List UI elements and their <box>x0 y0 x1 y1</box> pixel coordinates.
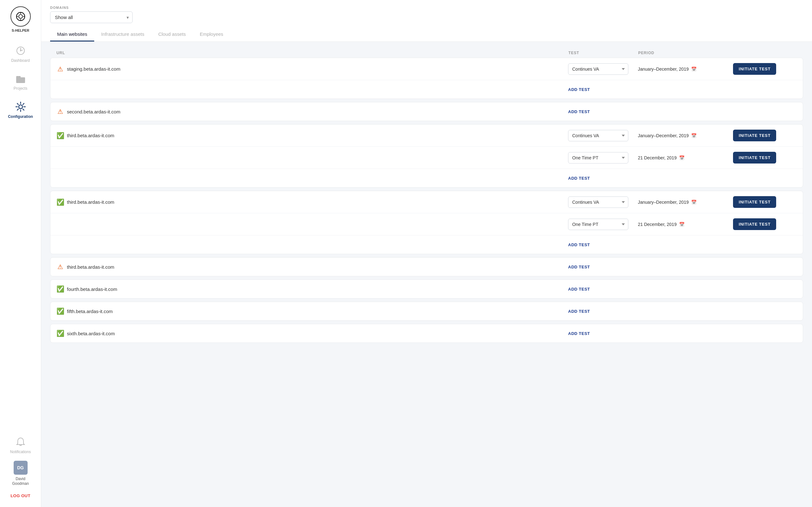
add-test-cell: ADD TEST <box>568 240 797 249</box>
sidebar-bottom: Notifications DG David Goodman LOG OUT <box>0 433 41 501</box>
card-row-url: ✅ sixth.beta.ardas-it.com ADD TEST <box>50 324 803 343</box>
tab-cloud-assets[interactable]: Cloud assets <box>151 27 193 42</box>
projects-icon <box>15 73 26 84</box>
initiate-wrapper: INITIATE TEST <box>733 196 797 208</box>
sidebar-item-dashboard[interactable]: Dashboard <box>0 41 41 66</box>
period-cell: 21 December, 2019 📅 <box>638 155 733 160</box>
add-test-button[interactable]: ADD TEST <box>568 87 590 92</box>
configuration-label: Configuration <box>8 114 33 119</box>
svg-line-15 <box>17 103 18 105</box>
initiate-test-button[interactable]: INITIATE TEST <box>733 130 776 141</box>
add-test-button[interactable]: ADD TEST <box>568 331 590 336</box>
add-test-button[interactable]: ADD TEST <box>568 242 590 247</box>
svg-line-17 <box>23 103 24 105</box>
check-icon: ✅ <box>57 132 64 139</box>
test-type-select[interactable]: One Time PT Continues VA <box>568 152 628 164</box>
config-icon <box>15 101 26 112</box>
table-row: ✅ fifth.beta.ardas-it.com ADD TEST <box>50 302 803 321</box>
app-name: S-HELPER <box>12 29 30 32</box>
calendar-icon[interactable]: 📅 <box>691 200 697 205</box>
table-row: ✅ third.beta.ardas-it.com Continues VA O… <box>50 191 803 254</box>
sidebar: S-HELPER Dashboard Projects <box>0 0 41 507</box>
add-test-cell: ADD TEST <box>568 263 797 271</box>
calendar-icon[interactable]: 📅 <box>679 155 684 160</box>
period-text: January–December, 2019 <box>638 133 689 138</box>
warning-icon: ⚠ <box>57 66 64 72</box>
notifications-icon <box>15 436 26 448</box>
dashboard-label: Dashboard <box>11 58 30 63</box>
test-type-select[interactable]: Continues VA One Time PT <box>568 196 628 208</box>
url-text: third.beta.ardas-it.com <box>67 133 114 138</box>
tab-infrastructure-assets[interactable]: Infrastructure assets <box>94 27 151 42</box>
period-text: January–December, 2019 <box>638 200 689 205</box>
add-test-button[interactable]: ADD TEST <box>568 287 590 291</box>
url-cell: ⚠ second.beta.ardas-it.com <box>57 108 568 115</box>
col-url: URL <box>56 51 568 55</box>
add-test-cell: ADD TEST <box>568 285 797 293</box>
period-cell: January–December, 2019 📅 <box>638 133 733 138</box>
period-text: January–December, 2019 <box>638 66 689 72</box>
domains-select-wrapper: Show all Domain 1 Domain 2 <box>50 11 133 23</box>
logo <box>10 6 31 26</box>
test-select-wrapper: One Time PT Continues VA <box>568 152 638 164</box>
projects-label: Projects <box>14 86 27 91</box>
top-bar: DOMAINS Show all Domain 1 Domain 2 Main … <box>41 0 812 42</box>
test-select-wrapper: One Time PT Continues VA <box>568 219 638 230</box>
table-row: ⚠ staging.beta.ardas-it.com Continues VA… <box>50 58 803 99</box>
period-cell: 21 December, 2019 📅 <box>638 222 733 227</box>
sidebar-item-projects[interactable]: Projects <box>0 69 41 95</box>
calendar-icon[interactable]: 📅 <box>691 66 697 72</box>
initiate-test-button[interactable]: INITIATE TEST <box>733 152 776 164</box>
test-type-select[interactable]: Continues VA One Time PT <box>568 130 628 141</box>
table-header: URL TEST PERIOD <box>50 48 803 58</box>
url-text: fourth.beta.ardas-it.com <box>67 286 117 292</box>
calendar-icon[interactable]: 📅 <box>691 133 697 138</box>
tab-employees[interactable]: Employees <box>193 27 230 42</box>
test-type-select[interactable]: One Time PT Continues VA <box>568 219 628 230</box>
period-cell: January–December, 2019 📅 <box>638 66 733 72</box>
check-icon: ✅ <box>57 285 64 292</box>
svg-line-16 <box>23 109 24 110</box>
initiate-test-button[interactable]: INITIATE TEST <box>733 63 776 75</box>
domains-dropdown[interactable]: Show all Domain 1 Domain 2 <box>50 11 133 23</box>
check-icon: ✅ <box>57 199 64 206</box>
warning-icon: ⚠ <box>57 108 64 115</box>
main-content: DOMAINS Show all Domain 1 Domain 2 Main … <box>41 0 812 507</box>
url-cell: ⚠ third.beta.ardas-it.com <box>57 263 568 270</box>
initiate-test-button[interactable]: INITIATE TEST <box>733 196 776 208</box>
add-test-button[interactable]: ADD TEST <box>568 309 590 314</box>
initiate-test-button[interactable]: INITIATE TEST <box>733 218 776 230</box>
sidebar-item-configuration[interactable]: Configuration <box>0 97 41 123</box>
svg-point-10 <box>19 105 22 109</box>
check-icon: ✅ <box>57 308 64 315</box>
card-row-test1: ✅ third.beta.ardas-it.com Continues VA O… <box>50 191 803 213</box>
add-test-cell: ADD TEST <box>568 85 797 94</box>
card-row-url: ✅ fifth.beta.ardas-it.com ADD TEST <box>50 302 803 320</box>
url-cell: ✅ third.beta.ardas-it.com <box>57 199 568 206</box>
card-row-url: ⚠ staging.beta.ardas-it.com Continues VA… <box>50 58 803 80</box>
add-test-button[interactable]: ADD TEST <box>568 109 590 114</box>
tab-main-websites[interactable]: Main websites <box>50 27 94 42</box>
initiate-wrapper: INITIATE TEST <box>733 63 797 75</box>
sidebar-item-notifications[interactable]: Notifications <box>0 433 41 458</box>
logout-button[interactable]: LOG OUT <box>8 491 33 501</box>
url-cell: ✅ sixth.beta.ardas-it.com <box>57 330 568 337</box>
url-text: fifth.beta.ardas-it.com <box>67 308 113 314</box>
calendar-icon[interactable]: 📅 <box>679 222 684 227</box>
content-area: URL TEST PERIOD ⚠ staging.beta.ardas-it.… <box>41 42 812 507</box>
url-cell: ✅ fourth.beta.ardas-it.com <box>57 285 568 292</box>
test-select-wrapper: Continues VA One Time PT <box>568 196 638 208</box>
user-name: David Goodman <box>12 476 29 487</box>
table-row: ✅ fourth.beta.ardas-it.com ADD TEST <box>50 279 803 298</box>
url-cell: ⚠ staging.beta.ardas-it.com <box>57 66 568 72</box>
add-test-button[interactable]: ADD TEST <box>568 265 590 269</box>
card-row-test2: One Time PT Continues VA 21 December, 20… <box>50 147 803 169</box>
svg-point-7 <box>20 50 21 51</box>
add-test-button[interactable]: ADD TEST <box>568 176 590 181</box>
col-action <box>733 51 797 55</box>
svg-line-18 <box>17 109 18 110</box>
test-type-select[interactable]: Continues VA One Time PT <box>568 63 628 75</box>
table-row: ✅ third.beta.ardas-it.com Continues VA O… <box>50 124 803 187</box>
svg-rect-8 <box>16 77 25 83</box>
col-period: PERIOD <box>638 51 733 55</box>
